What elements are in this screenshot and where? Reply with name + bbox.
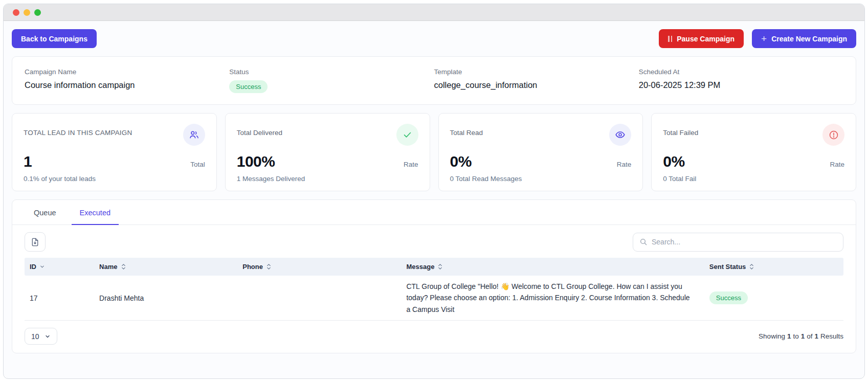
stat-subtext: 0.1% of your total leads: [24, 175, 205, 183]
stat-title: Total Delivered: [237, 124, 282, 137]
table-header-row: ID Name Phone: [25, 258, 843, 276]
table-footer: 10 Showing 1 to 1 of 1 Results: [12, 321, 856, 353]
search-box: [633, 233, 843, 252]
check-icon: [396, 124, 418, 146]
search-input[interactable]: [652, 238, 837, 246]
create-new-campaign-label: Create New Campaign: [771, 35, 847, 43]
tab-queue[interactable]: Queue: [26, 200, 64, 225]
stat-card-total-lead: TOTAL LEAD IN THIS CAMPAIGN 1 Total 0: [12, 113, 217, 191]
stat-card-total-delivered: Total Delivered 100% Rate 1 Messages Del…: [225, 113, 430, 191]
stat-card-total-read: Total Read 0% Rate 0 Total Read Messages: [438, 113, 643, 191]
campaign-name-field: Campaign Name Course information campaig…: [25, 68, 229, 93]
status-label: Status: [229, 68, 434, 76]
chevron-down-icon: [44, 333, 51, 340]
chevrons-up-down-icon: [121, 263, 126, 270]
chevron-down-icon: [39, 264, 45, 269]
users-icon: [183, 124, 205, 146]
tab-bar: Queue Executed: [12, 200, 856, 225]
summary-text: to: [793, 332, 798, 340]
column-label: ID: [30, 263, 36, 271]
scheduled-at-label: Scheduled At: [639, 68, 843, 76]
column-label: Phone: [242, 263, 263, 271]
row-name-cell: Drashti Mehta: [94, 289, 237, 307]
column-header-sent-status[interactable]: Sent Status: [704, 258, 843, 276]
top-right-actions: Pause Campaign + Create New Campaign: [659, 29, 856, 48]
summary-to: 1: [801, 332, 805, 340]
back-to-campaigns-button[interactable]: Back to Campaigns: [12, 29, 97, 48]
pause-icon: [668, 36, 672, 42]
window-titlebar: [4, 4, 864, 21]
tab-executed[interactable]: Executed: [72, 200, 119, 225]
column-header-message[interactable]: Message: [401, 258, 704, 276]
stat-title: TOTAL LEAD IN THIS CAMPAIGN: [24, 124, 132, 137]
stat-value: 0%: [663, 153, 684, 170]
campaign-info-card: Campaign Name Course information campaig…: [12, 56, 856, 105]
column-label: Name: [99, 263, 117, 271]
stat-value: 100%: [237, 153, 275, 170]
stat-subtext: 0 Total Fail: [663, 175, 844, 183]
plus-icon: +: [761, 34, 767, 43]
column-label: Message: [406, 263, 434, 271]
stat-value: 1: [24, 153, 32, 170]
stat-side-label: Rate: [617, 161, 632, 170]
results-summary: Showing 1 to 1 of 1 Results: [759, 332, 843, 340]
column-header-phone[interactable]: Phone: [237, 258, 401, 276]
page-size-select[interactable]: 10: [25, 328, 57, 345]
eye-icon: [609, 124, 631, 146]
results-card: Queue Executed: [12, 199, 856, 353]
status-badge: Success: [229, 80, 268, 93]
stat-side-label: Rate: [404, 161, 418, 170]
stat-subtext: 0 Total Read Messages: [450, 175, 632, 183]
stat-card-total-failed: Total Failed 0% Rate 0 Total Fail: [651, 113, 856, 191]
file-download-icon: [30, 237, 40, 247]
stat-value: 0%: [450, 153, 472, 170]
template-value: college_course_information: [434, 80, 639, 90]
summary-text: Showing: [759, 332, 785, 340]
chevrons-up-down-icon: [437, 263, 443, 270]
minimize-window-button[interactable]: [24, 9, 30, 16]
alert-icon: [822, 124, 844, 146]
stat-title: Total Failed: [663, 124, 698, 137]
pause-campaign-label: Pause Campaign: [677, 35, 735, 43]
campaign-name-label: Campaign Name: [25, 68, 229, 76]
stat-side-label: Total: [190, 161, 205, 170]
stat-title: Total Read: [450, 124, 483, 137]
summary-from: 1: [787, 332, 791, 340]
column-header-id[interactable]: ID: [25, 258, 94, 276]
row-message-cell: CTL Group of College "Hello! 👋 Welcome t…: [401, 276, 704, 320]
chevrons-up-down-icon: [266, 263, 272, 270]
summary-text: Results: [820, 332, 843, 340]
results-table: ID Name Phone: [12, 258, 856, 321]
create-new-campaign-button[interactable]: + Create New Campaign: [752, 29, 856, 48]
scheduled-at-field: Scheduled At 20-06-2025 12:39 PM: [639, 68, 843, 93]
template-field: Template college_course_information: [434, 68, 639, 93]
table-row[interactable]: 17 Drashti Mehta CTL Group of College "H…: [25, 276, 843, 321]
column-header-name[interactable]: Name: [94, 258, 237, 276]
page-size-value: 10: [31, 332, 39, 341]
campaign-name-value: Course information campaign: [25, 80, 229, 90]
template-label: Template: [434, 68, 639, 76]
app-window: Back to Campaigns Pause Campaign + Creat…: [3, 4, 865, 379]
column-label: Sent Status: [709, 263, 746, 271]
row-phone-cell: [237, 293, 401, 303]
maximize-window-button[interactable]: [34, 9, 41, 16]
table-toolbar: [12, 225, 856, 258]
row-id-cell: 17: [25, 289, 94, 307]
export-button[interactable]: [25, 232, 46, 252]
summary-total: 1: [814, 332, 818, 340]
row-sent-status-cell: Success: [704, 286, 843, 309]
pause-campaign-button[interactable]: Pause Campaign: [659, 29, 744, 48]
back-to-campaigns-label: Back to Campaigns: [21, 35, 87, 43]
sent-status-badge: Success: [709, 291, 748, 304]
status-field: Status Success: [229, 68, 434, 93]
search-icon: [639, 238, 648, 246]
stats-row: TOTAL LEAD IN THIS CAMPAIGN 1 Total 0: [12, 113, 856, 191]
summary-text: of: [807, 332, 812, 340]
close-window-button[interactable]: [13, 9, 19, 16]
scheduled-at-value: 20-06-2025 12:39 PM: [639, 80, 843, 90]
top-action-bar: Back to Campaigns Pause Campaign + Creat…: [12, 29, 856, 48]
chevrons-up-down-icon: [749, 263, 754, 270]
stat-subtext: 1 Messages Delivered: [237, 175, 418, 183]
stat-side-label: Rate: [830, 161, 844, 170]
